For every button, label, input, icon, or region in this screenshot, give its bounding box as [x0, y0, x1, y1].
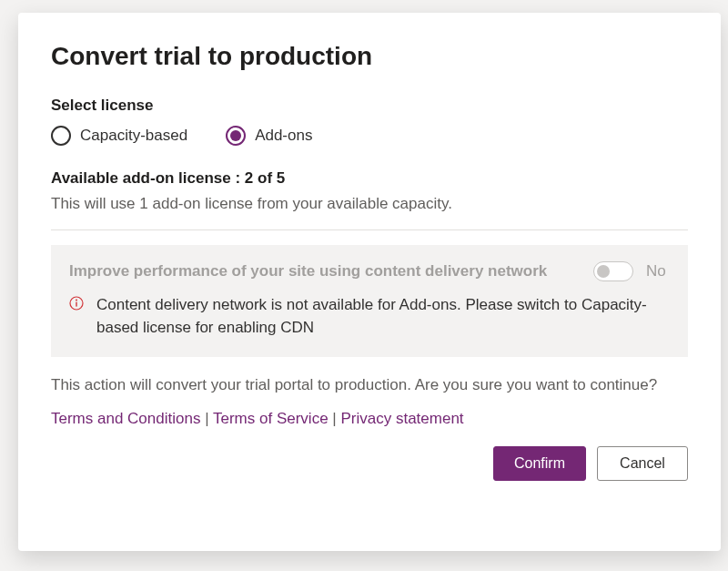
separator: |: [205, 410, 213, 427]
dialog-title: Convert trial to production: [51, 42, 688, 71]
terms-service-link[interactable]: Terms of Service: [213, 410, 329, 427]
svg-rect-2: [76, 302, 76, 307]
svg-point-1: [76, 300, 77, 301]
cdn-toggle-row: Improve performance of your site using c…: [69, 261, 670, 281]
toggle-knob-icon: [597, 265, 610, 278]
cdn-warning-row: Content delivery network is not availabl…: [69, 294, 670, 339]
radio-capacity-based[interactable]: Capacity-based: [51, 126, 187, 146]
convert-trial-dialog: Convert trial to production Select licen…: [18, 13, 721, 551]
privacy-link[interactable]: Privacy statement: [340, 410, 463, 427]
radio-icon-selected: [226, 126, 246, 146]
radio-add-ons-label: Add-ons: [255, 127, 312, 145]
radio-add-ons[interactable]: Add-ons: [226, 126, 312, 146]
legal-links: Terms and Conditions | Terms of Service …: [51, 410, 688, 428]
radio-capacity-based-label: Capacity-based: [80, 127, 187, 145]
available-license-label: Available add-on license : 2 of 5: [51, 169, 688, 188]
cdn-info-panel: Improve performance of your site using c…: [51, 245, 688, 357]
confirm-text: This action will convert your trial port…: [51, 373, 688, 397]
license-usage-text: This will use 1 add-on license from your…: [51, 195, 688, 213]
confirm-button[interactable]: Confirm: [493, 446, 586, 481]
cdn-label: Improve performance of your site using c…: [69, 262, 581, 280]
radio-icon: [51, 126, 71, 146]
info-icon: [69, 296, 84, 314]
select-license-label: Select license: [51, 97, 688, 115]
license-radio-group: Capacity-based Add-ons: [51, 126, 688, 146]
divider: [51, 229, 688, 230]
dialog-button-row: Confirm Cancel: [51, 446, 688, 481]
cdn-toggle-state: No: [646, 262, 670, 280]
cdn-warning-text: Content delivery network is not availabl…: [96, 294, 670, 339]
terms-conditions-link[interactable]: Terms and Conditions: [51, 410, 200, 427]
cdn-toggle[interactable]: [593, 261, 633, 281]
cancel-button[interactable]: Cancel: [597, 446, 688, 481]
